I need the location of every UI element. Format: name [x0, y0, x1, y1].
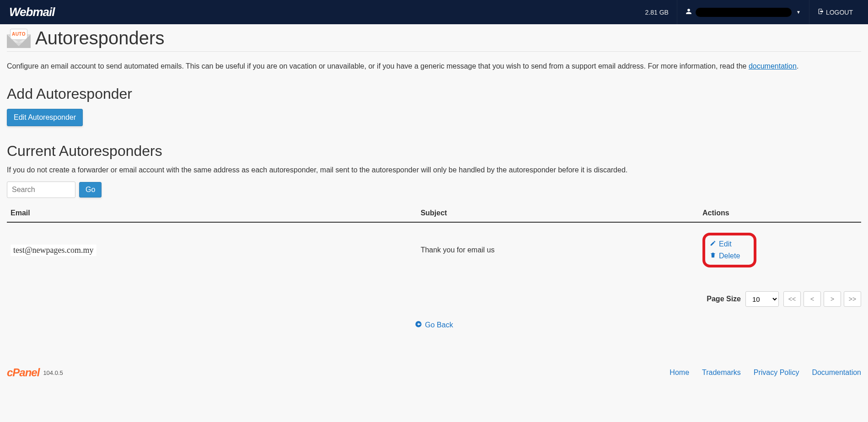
pager-next[interactable]: > [824, 291, 841, 307]
search-input[interactable] [7, 182, 75, 198]
top-bar: Webmail 2.81 GB ▼ LOGOUT [0, 0, 868, 24]
go-back-row: Go Back [7, 321, 861, 330]
user-email-redacted [696, 8, 792, 17]
cpanel-logo[interactable]: cPanel [7, 366, 39, 379]
autoresponders-table: Email Subject Actions test@newpages.com.… [7, 204, 861, 278]
col-actions: Actions [699, 204, 861, 222]
page-description: Configure an email account to send autom… [7, 61, 861, 72]
current-heading: Current Autoresponders [7, 143, 861, 160]
row-email: test@newpages.com.my [11, 245, 96, 256]
pager: Page Size 10 << < > >> [7, 291, 861, 307]
actions-highlight: Edit Delete [702, 233, 756, 267]
brand-logo[interactable]: Webmail [9, 5, 54, 19]
page-size-select[interactable]: 10 [745, 291, 779, 307]
chevron-down-icon: ▼ [796, 10, 801, 15]
delete-label: Delete [719, 252, 740, 260]
arrow-left-circle-icon [415, 321, 422, 330]
go-back-label: Go Back [425, 321, 453, 329]
add-heading: Add Autoresponder [7, 85, 861, 102]
documentation-link[interactable]: documentation [749, 62, 797, 70]
delete-action[interactable]: Delete [710, 250, 740, 262]
footer: cPanel 104.0.5 Home Trademarks Privacy P… [0, 362, 868, 393]
pager-last[interactable]: >> [844, 291, 861, 307]
page-title-row: AUTO Autoresponders [7, 24, 861, 52]
footer-trademarks[interactable]: Trademarks [702, 369, 741, 377]
edit-autoresponder-button[interactable]: Edit Autoresponder [7, 109, 83, 126]
col-subject[interactable]: Subject [417, 204, 699, 222]
storage-value: 2.81 GB [645, 9, 669, 16]
col-email[interactable]: Email [7, 204, 417, 222]
footer-home[interactable]: Home [670, 369, 689, 377]
edit-action[interactable]: Edit [710, 238, 740, 250]
logout-label: LOGOUT [826, 9, 853, 16]
footer-docs[interactable]: Documentation [812, 369, 861, 377]
user-menu[interactable]: ▼ [677, 0, 809, 24]
row-subject: Thank you for email us [421, 246, 495, 254]
search-go-button[interactable]: Go [79, 182, 102, 198]
trash-icon [710, 252, 716, 260]
autoresponder-icon: AUTO [7, 29, 31, 48]
page-size-label: Page Size [707, 295, 741, 303]
current-note: If you do not create a forwarder or emai… [7, 166, 861, 174]
pencil-icon [710, 240, 716, 248]
edit-label: Edit [719, 240, 732, 248]
search-row: Go [7, 182, 861, 198]
logout-button[interactable]: LOGOUT [809, 0, 861, 24]
pager-prev[interactable]: < [804, 291, 821, 307]
cpanel-version: 104.0.5 [43, 369, 63, 376]
storage-indicator: 2.81 GB [637, 0, 677, 24]
user-icon [686, 8, 692, 16]
footer-privacy[interactable]: Privacy Policy [754, 369, 799, 377]
go-back-link[interactable]: Go Back [415, 321, 453, 330]
page-title: Autoresponders [35, 28, 164, 48]
logout-icon [818, 8, 824, 16]
pager-first[interactable]: << [783, 291, 801, 307]
table-row: test@newpages.com.my Thank you for email… [7, 222, 861, 278]
